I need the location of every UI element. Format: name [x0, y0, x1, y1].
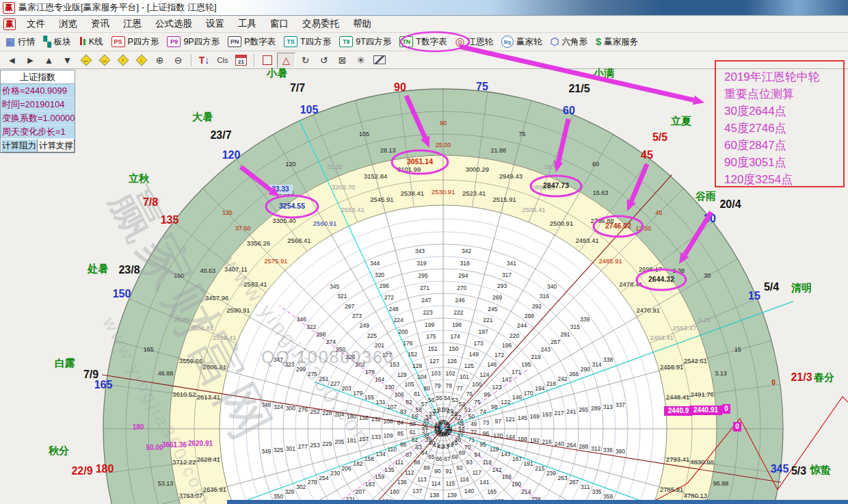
wheel-percent-label: 34.38	[278, 189, 294, 196]
tool-calendar[interactable]: 21	[233, 53, 250, 68]
tool-pan-up[interactable]: ↑	[114, 53, 131, 68]
tool-nav-down[interactable]: ▼	[59, 53, 76, 68]
p-square-icon: PS	[111, 36, 125, 47]
toolbar-item-winner-wheel[interactable]: Big赢家轮	[499, 34, 548, 49]
wheel-spiral-number: 194	[535, 385, 544, 392]
wheel-spiral-number: 195	[521, 361, 531, 368]
wheel-spiral-number: 316	[540, 293, 549, 300]
wheel-spiral-number: 322	[306, 323, 316, 330]
tool-draw-square[interactable]	[259, 53, 276, 68]
wheel-spiral-number: 293	[497, 282, 507, 289]
tool-pan-left[interactable]: ←	[77, 53, 94, 68]
wheel-spiral-number: 158	[365, 455, 374, 462]
wheel-ring	[369, 355, 517, 503]
toolbar-item-sectors[interactable]: ▚板块	[40, 35, 77, 49]
tool-rotate-ccw[interactable]: ↺	[315, 53, 332, 68]
wheel-spiral-number: 20	[442, 431, 449, 438]
wheel-price-outer: 3000.29	[466, 165, 489, 173]
wheel-spiral-number: 343	[415, 248, 425, 254]
toolbar-item-kline[interactable]: K线	[77, 35, 109, 49]
toolbar-item-9p-square[interactable]: P99P四方形	[164, 35, 225, 49]
wheel-subspoke	[106, 458, 222, 473]
perimeter-label: 立秋	[128, 172, 150, 184]
9p-square-icon: P9	[167, 36, 181, 47]
tool-scale-toggle[interactable]: T↓	[196, 53, 213, 68]
menu-item-8[interactable]: 交易委托	[295, 17, 346, 30]
wheel-spiral-number: 172	[494, 352, 504, 358]
tool-presentation-board[interactable]	[371, 53, 388, 68]
menu-item-2[interactable]: 资讯	[84, 17, 116, 30]
toolbar-item-p-number-table[interactable]: PNP数字表	[225, 35, 281, 49]
wheel-spiral-number: 11	[434, 423, 440, 429]
wheel-spiral-number: 4	[445, 420, 449, 427]
toolbar-item-9t-square[interactable]: T99T四方形	[336, 35, 397, 49]
wheel-spiral-number: 25	[458, 423, 465, 429]
tool-pan-right[interactable]: →	[96, 53, 113, 68]
wheel-spiral-number: 153	[390, 361, 399, 368]
toolbar-item-hexagon[interactable]: ⬡六角形	[547, 35, 593, 49]
wheel-price-inner: 2628.41	[197, 455, 220, 463]
toolbar-item-t-square[interactable]: TST四方形	[281, 35, 336, 49]
panel-field-3: 周天变化步长=1	[1, 125, 75, 139]
wheel-spiral-number: 207	[356, 488, 365, 495]
menu-item-4[interactable]: 公式选股	[148, 17, 199, 30]
wheel-ring	[271, 256, 615, 504]
sector-blocks-icon: ▚	[43, 37, 51, 47]
calc-resistance-button[interactable]: 计算阻力	[1, 139, 38, 152]
tool-draw-triangle[interactable]: △	[277, 53, 295, 68]
menu-item-6[interactable]: 工具	[231, 17, 263, 30]
wheel-spiral-number: 50	[468, 413, 475, 420]
toolbar-item-p-square[interactable]: PSP四方形	[109, 35, 165, 49]
tool-cls-button[interactable]: Cls	[214, 53, 231, 68]
center-view-icon: ✳	[357, 55, 365, 66]
wheel-spiral-number: 216	[542, 438, 552, 445]
toolbar-item-gann-wheel[interactable]: ◎江恩轮	[452, 35, 498, 49]
wheel-spiral-number: 192	[530, 437, 540, 444]
toolbar-item-winner-service[interactable]: $赢家服务	[593, 35, 644, 49]
wheel-spiral-number: 143	[501, 451, 510, 457]
menu-item-5[interactable]: 设置	[199, 17, 231, 30]
highlight-ellipse	[392, 150, 448, 174]
menu-item-3[interactable]: 江恩	[116, 17, 148, 30]
wheel-spoke	[445, 341, 771, 428]
wheel-spiral-number: 269	[492, 294, 502, 301]
menu-item-7[interactable]: 窗口	[263, 17, 295, 30]
wheel-percent-label: 96.88	[713, 480, 729, 487]
tool-pan-down[interactable]: ↓	[133, 53, 150, 68]
wheel-spiral-number: 178	[365, 369, 375, 375]
wheel-spiral-number: 218	[546, 380, 556, 387]
annotation-arrow	[241, 167, 271, 190]
wheel-spiral-number: 324	[274, 403, 283, 410]
wheel-spiral-number: 315	[570, 323, 580, 330]
wheel-spiral-number: 65	[428, 453, 435, 460]
wheel-spiral-number: 139	[447, 492, 457, 499]
tool-nav-forward[interactable]: ►	[22, 53, 39, 68]
toolbar-item-quotes[interactable]: ▦行情	[3, 35, 40, 49]
tool-rotate-cw[interactable]: ↻	[297, 53, 314, 68]
menu-item-0[interactable]: 文件	[20, 17, 52, 30]
tool-nav-up[interactable]: ▲	[40, 53, 57, 68]
menu-item-1[interactable]: 浏览	[52, 17, 84, 30]
nav-forward-icon: ►	[26, 55, 36, 66]
wheel-special-label: 2440.91	[693, 406, 719, 414]
toolbar-separator	[254, 54, 254, 66]
tool-nav-back[interactable]: ◄	[3, 53, 21, 68]
wheel-spiral-number: 340	[547, 283, 557, 290]
gann-wheel-icon: ◎	[455, 37, 464, 47]
wheel-spiral-number: 140	[464, 488, 474, 494]
wheel-price-inner: 2560.91	[313, 220, 336, 227]
tool-fit-window[interactable]: ⊠	[334, 53, 351, 68]
watermark-url: www.yingjia360.com	[219, 252, 379, 453]
menu-item-9[interactable]: 帮助	[346, 17, 378, 30]
wheel-ring	[220, 205, 667, 504]
wheel-spiral-number: 348	[261, 401, 271, 408]
wheel-subspoke	[665, 384, 780, 399]
tool-zoom-in[interactable]: ⊕	[151, 53, 168, 68]
wheel-spiral-number: 129	[397, 371, 407, 378]
toolbar-item-t-number-table[interactable]: TNT数字表	[397, 35, 452, 49]
wheel-degree-label: 75	[518, 131, 525, 137]
tool-center-view[interactable]: ✳	[352, 53, 369, 68]
wheel-spiral-number: 119	[490, 446, 499, 453]
calc-support-button[interactable]: 计算支撑	[38, 139, 75, 152]
tool-zoom-out[interactable]: ⊖	[170, 53, 187, 68]
